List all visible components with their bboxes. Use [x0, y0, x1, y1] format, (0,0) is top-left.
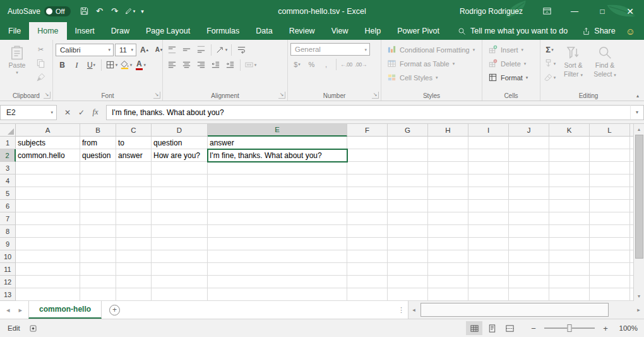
ribbon-display-options-button[interactable]	[533, 0, 561, 22]
cell-D2[interactable]: How are you?	[152, 149, 208, 162]
cell-F10[interactable]	[347, 250, 388, 263]
cell-A4[interactable]	[16, 175, 80, 187]
column-header-J[interactable]: J	[509, 124, 549, 137]
tab-file[interactable]: File	[0, 22, 29, 40]
cell-E2[interactable]: I'm fine, thanks. What about you?	[208, 149, 347, 162]
cell-K10[interactable]	[549, 250, 590, 263]
cell-I2[interactable]	[468, 149, 509, 162]
name-box[interactable]: E2 ▾	[0, 105, 57, 120]
cell-K7[interactable]	[549, 212, 590, 225]
zoom-in-button[interactable]: +	[600, 324, 611, 333]
cell-I10[interactable]	[468, 250, 509, 263]
tab-splitter-handle[interactable]: ⋮	[395, 301, 408, 319]
tab-power-pivot[interactable]: Power Pivot	[389, 22, 448, 40]
select-all-button[interactable]	[0, 124, 16, 137]
column-header-H[interactable]: H	[428, 124, 468, 137]
cell-K2[interactable]	[549, 149, 590, 162]
cell-G11[interactable]	[388, 263, 428, 276]
cell-C1[interactable]: to	[116, 137, 152, 149]
cell-G1[interactable]	[388, 137, 428, 149]
vertical-scrollbar[interactable]: ▴ ▾	[633, 124, 644, 301]
page-break-view-button[interactable]	[501, 321, 518, 335]
cell-K6[interactable]	[549, 200, 590, 212]
cell-A1[interactable]: subjects	[16, 137, 80, 149]
cell-D9[interactable]	[152, 238, 208, 250]
cell-B6[interactable]	[80, 200, 116, 212]
row-header-12[interactable]: 12	[0, 276, 16, 288]
redo-button[interactable]: ↷	[107, 3, 122, 20]
cell-H7[interactable]	[428, 212, 468, 225]
minimize-button[interactable]: —	[561, 0, 588, 22]
collapse-ribbon-button[interactable]: ▴	[636, 93, 639, 99]
cell-I7[interactable]	[468, 212, 509, 225]
cell-C7[interactable]	[116, 212, 152, 225]
cell-G3[interactable]	[388, 162, 428, 175]
cut-button[interactable]: ✂	[34, 43, 47, 56]
row-header-13[interactable]: 13	[0, 288, 16, 301]
cell-H4[interactable]	[428, 175, 468, 187]
cell-L13[interactable]	[590, 288, 630, 301]
cell-E13[interactable]	[208, 288, 347, 301]
enter-button[interactable]: ✓	[75, 105, 88, 120]
cell-H5[interactable]	[428, 187, 468, 200]
cell-J2[interactable]	[509, 149, 549, 162]
cell-G13[interactable]	[388, 288, 428, 301]
orientation-button[interactable]: ▾	[215, 43, 228, 56]
font-color-button[interactable]: A▾	[134, 58, 147, 71]
accounting-format-button[interactable]: $▾	[290, 58, 304, 71]
cell-K4[interactable]	[549, 175, 590, 187]
cell-I3[interactable]	[468, 162, 509, 175]
cell-L2[interactable]	[590, 149, 630, 162]
cell-I13[interactable]	[468, 288, 509, 301]
cell-J3[interactable]	[509, 162, 549, 175]
cell-A5[interactable]	[16, 187, 80, 200]
cell-B3[interactable]	[80, 162, 116, 175]
cell-I5[interactable]	[468, 187, 509, 200]
tab-help[interactable]: Help	[357, 22, 390, 40]
cell-G2[interactable]	[388, 149, 428, 162]
cell-A2[interactable]: common.hello	[16, 149, 80, 162]
user-name[interactable]: Rodrigo Rodriguez	[460, 7, 523, 16]
scroll-right-button[interactable]: ▸	[633, 307, 644, 313]
copy-button[interactable]	[34, 57, 47, 70]
cell-E3[interactable]	[208, 162, 347, 175]
row-header-9[interactable]: 9	[0, 238, 16, 250]
cell-H12[interactable]	[428, 276, 468, 288]
cell-D1[interactable]: question	[152, 137, 208, 149]
percent-style-button[interactable]: %	[305, 58, 318, 71]
new-sheet-button[interactable]: +	[109, 305, 120, 316]
column-header-B[interactable]: B	[80, 124, 116, 137]
cell-K3[interactable]	[549, 162, 590, 175]
conditional-formatting-button[interactable]: Conditional Formatting ▾	[384, 43, 478, 56]
normal-view-button[interactable]	[466, 321, 482, 335]
cell-L11[interactable]	[590, 263, 630, 276]
cell-F1[interactable]	[347, 137, 388, 149]
column-header-F[interactable]: F	[347, 124, 388, 137]
number-format-combo[interactable]: General ▾	[290, 43, 370, 56]
column-header-L[interactable]: L	[590, 124, 630, 137]
cell-J9[interactable]	[509, 238, 549, 250]
sort-filter-button[interactable]: Sort & Filter ▾	[559, 43, 588, 90]
cell-J6[interactable]	[509, 200, 549, 212]
cell-I11[interactable]	[468, 263, 509, 276]
cell-A13[interactable]	[16, 288, 80, 301]
cell-A11[interactable]	[16, 263, 80, 276]
column-header-A[interactable]: A	[16, 124, 80, 137]
cell-D6[interactable]	[152, 200, 208, 212]
cell-C9[interactable]	[116, 238, 152, 250]
scroll-down-button[interactable]: ▾	[634, 291, 644, 301]
column-header-D[interactable]: D	[152, 124, 208, 137]
tab-insert[interactable]: Insert	[67, 22, 103, 40]
cell-A8[interactable]	[16, 225, 80, 238]
insert-function-button[interactable]: fx	[88, 105, 102, 120]
cell-G6[interactable]	[388, 200, 428, 212]
column-header-C[interactable]: C	[116, 124, 152, 137]
cell-H6[interactable]	[428, 200, 468, 212]
cell-F4[interactable]	[347, 175, 388, 187]
cell-G7[interactable]	[388, 212, 428, 225]
cell-H9[interactable]	[428, 238, 468, 250]
borders-button[interactable]: ▾	[105, 58, 118, 71]
align-middle-button[interactable]	[180, 43, 193, 56]
cell-E4[interactable]	[208, 175, 347, 187]
bold-button[interactable]: B	[56, 58, 69, 71]
